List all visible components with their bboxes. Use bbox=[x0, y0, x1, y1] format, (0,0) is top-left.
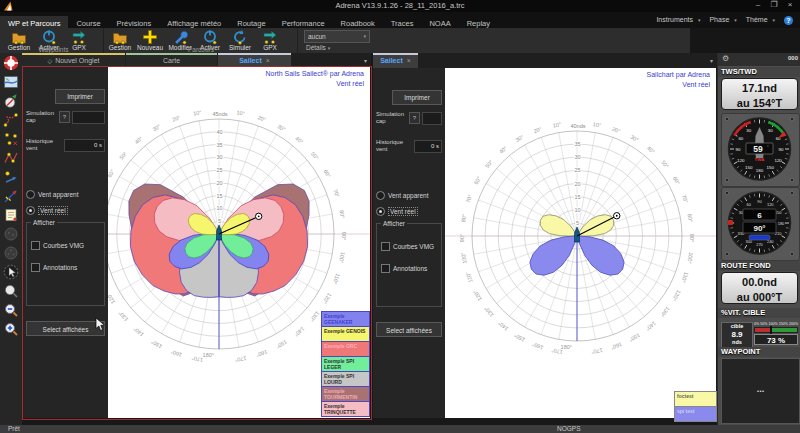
left-legend-item[interactable]: Exemple ORC bbox=[321, 341, 370, 357]
select-affichees-button[interactable]: Select affichées bbox=[26, 321, 105, 336]
sidebar-tool-tool-dim-1-icon[interactable] bbox=[2, 225, 20, 243]
plus-icon bbox=[142, 29, 158, 45]
sidebar-tool-dart-edit-icon[interactable] bbox=[2, 187, 20, 205]
svg-text:50°: 50° bbox=[118, 151, 128, 161]
svg-text:20°: 20° bbox=[533, 126, 543, 134]
historique-vent-input[interactable]: 0 s bbox=[414, 140, 442, 153]
svg-text:10°: 10° bbox=[236, 109, 245, 116]
svg-text:30: 30 bbox=[216, 154, 222, 160]
annotations-checkbox[interactable] bbox=[31, 263, 40, 272]
chevron-down-icon: ▾ bbox=[698, 17, 701, 23]
courbes-vmg-checkbox[interactable] bbox=[381, 242, 390, 251]
right-legend-item[interactable]: foctest bbox=[674, 391, 717, 407]
percent-scale-label: 0% bbox=[754, 322, 759, 326]
left-legend-item[interactable]: Exemple TRINQUETTE bbox=[321, 401, 370, 417]
menu-instruments[interactable]: Instruments ▾ bbox=[656, 16, 703, 23]
maximize-button[interactable]: ❐ bbox=[766, 0, 782, 9]
details-dropdown[interactable]: Détails ▾ bbox=[306, 44, 330, 51]
help-button[interactable]: ? bbox=[409, 112, 420, 124]
svg-text:35: 35 bbox=[216, 142, 222, 148]
left-legend-item[interactable]: Exemple GEENAKER bbox=[321, 311, 370, 327]
svg-text:45nds: 45nds bbox=[213, 111, 228, 117]
right-chart-subtitle: Vent réel bbox=[682, 81, 710, 88]
svg-text:120: 120 bbox=[774, 158, 782, 163]
waypoint-header: WAYPOINT bbox=[718, 347, 800, 357]
sidebar-tool-route-waypoints-icon[interactable] bbox=[2, 111, 20, 129]
svg-text:80°: 80° bbox=[460, 213, 467, 222]
svg-text:180°: 180° bbox=[561, 344, 572, 350]
left-legend-item[interactable]: Exemple SPI LOURD bbox=[321, 371, 370, 387]
svg-text:170°: 170° bbox=[591, 347, 603, 355]
sidebar-tool-life-ring-icon[interactable] bbox=[2, 54, 20, 72]
right-panel-controls: ImprimerSimulation cap?Historique vent0 … bbox=[373, 68, 445, 418]
sidebar-tool-route-edit-icon[interactable] bbox=[2, 149, 20, 167]
tab-sailect[interactable]: Sailect× bbox=[218, 53, 291, 68]
menu-right: Instruments ▾Phase ▾Thème ▾? bbox=[653, 12, 796, 28]
sidebar-tool-zoom-select-icon[interactable] bbox=[2, 282, 20, 300]
historique-vent-input[interactable]: 0 s bbox=[64, 139, 105, 152]
svg-text:170°: 170° bbox=[191, 355, 203, 363]
print-button[interactable]: Imprimer bbox=[55, 89, 105, 104]
right-legend-item[interactable]: spi test bbox=[674, 406, 717, 422]
percent-gauge: 0%50%100%150%200% bbox=[754, 322, 798, 333]
menu-phase[interactable]: Phase ▾ bbox=[709, 16, 739, 23]
sidebar-tool-notes-icon[interactable] bbox=[2, 206, 20, 224]
left-legend-item[interactable]: Exemple TOURMENTIN bbox=[321, 386, 370, 402]
sidebar-tool-pointer-tool-icon[interactable] bbox=[2, 263, 20, 281]
right-polar-chart-area: 510152025303540nds10°10°20°20°30°30°40°4… bbox=[445, 68, 716, 418]
svg-text:160°: 160° bbox=[531, 341, 544, 351]
sidebar-tool-map-icon[interactable] bbox=[2, 73, 20, 91]
simulation-cap-input[interactable] bbox=[422, 112, 442, 125]
svg-text:70°: 70° bbox=[681, 194, 689, 204]
courbes-vmg-checkbox[interactable] bbox=[31, 241, 40, 250]
tab-nouvel-onglet[interactable]: ◇Nouvel Onglet bbox=[22, 53, 125, 68]
vent-apparent-label: Vent apparent bbox=[388, 192, 428, 199]
svg-text:120°: 120° bbox=[671, 289, 682, 302]
chevron-down-icon: ▾ bbox=[772, 17, 775, 23]
svg-text:110°: 110° bbox=[680, 271, 689, 283]
sidebar-tool-compass-tools-icon[interactable] bbox=[2, 92, 20, 110]
svg-text:35: 35 bbox=[574, 141, 580, 147]
vent-reel-radio[interactable] bbox=[26, 206, 35, 215]
svg-text:150: 150 bbox=[745, 165, 753, 170]
vent-reel-radio[interactable] bbox=[376, 207, 385, 216]
svg-text:80°: 80° bbox=[338, 210, 345, 219]
simulation-cap-input[interactable] bbox=[72, 111, 105, 124]
select-affichees-button[interactable]: Select affichées bbox=[376, 322, 442, 337]
vent-apparent-radio[interactable] bbox=[26, 190, 35, 199]
tab-sailect[interactable]: Sailect× bbox=[373, 53, 418, 68]
left-legend-item[interactable]: Exemple SPI LEGER bbox=[321, 356, 370, 372]
svg-text:5: 5 bbox=[576, 220, 579, 226]
svg-text:30°: 30° bbox=[514, 134, 524, 143]
svg-text:TWA: TWA bbox=[755, 157, 766, 162]
percent-scale-label: 50% bbox=[760, 322, 767, 326]
afficher-group: AfficherCourbes VMGAnnotations bbox=[26, 222, 105, 306]
vent-apparent-radio[interactable] bbox=[376, 191, 385, 200]
left-legend-item[interactable]: Exemple GENOIS bbox=[321, 326, 370, 342]
sidebar-tool-mark-arrow-icon[interactable] bbox=[2, 168, 20, 186]
waypoint-box: ... bbox=[721, 358, 800, 424]
close-button[interactable]: × bbox=[782, 0, 798, 9]
tab-carte[interactable]: Carte bbox=[126, 53, 217, 68]
minimize-button[interactable]: – bbox=[750, 0, 766, 9]
percent-gauge-needle bbox=[770, 326, 772, 334]
menu-thème[interactable]: Thème ▾ bbox=[746, 16, 778, 23]
tab-overflow-icon[interactable]: ▾ bbox=[710, 57, 713, 64]
svg-text:180°: 180° bbox=[203, 352, 214, 358]
sidebar-tool-marks-icon[interactable] bbox=[2, 130, 20, 148]
help-button[interactable]: ? bbox=[59, 111, 70, 123]
close-tab-icon[interactable]: × bbox=[266, 57, 270, 64]
parcours-preset-dropdown[interactable]: aucun▾ bbox=[304, 30, 370, 43]
help-icon[interactable]: ? bbox=[784, 16, 793, 25]
gear-icon[interactable]: ⚙ bbox=[722, 54, 729, 63]
sidebar-tool-zoom-out-icon[interactable] bbox=[2, 301, 20, 319]
annotations-checkbox[interactable] bbox=[381, 264, 390, 273]
print-button[interactable]: Imprimer bbox=[392, 90, 442, 105]
sidebar-tool-tool-dim-2-icon[interactable] bbox=[2, 244, 20, 262]
ribbon-group-waypoints: GestionActiverGPXWaypoints bbox=[4, 28, 104, 53]
close-tab-icon[interactable]: × bbox=[407, 57, 411, 64]
tab-overflow-icon[interactable]: ▾ bbox=[364, 57, 367, 64]
annotations-label: Annotations bbox=[393, 265, 427, 272]
svg-text:110°: 110° bbox=[332, 273, 341, 285]
sidebar-tool-zoom-in-icon[interactable] bbox=[2, 320, 20, 338]
